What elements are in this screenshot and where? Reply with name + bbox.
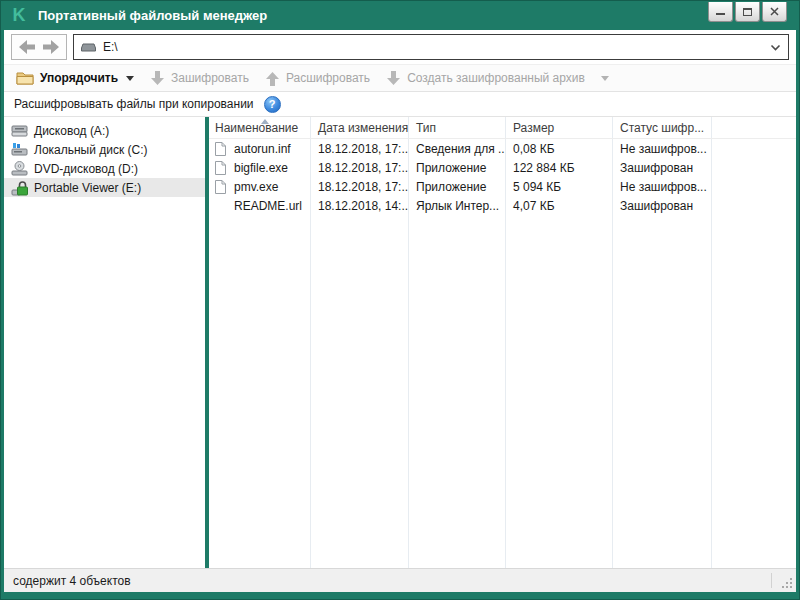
file-type: Приложение — [408, 161, 505, 175]
file-date: 18.12.2018, 17:... — [310, 161, 408, 175]
chevron-down-icon — [772, 45, 780, 49]
arrow-up-icon — [265, 71, 280, 86]
maximize-button[interactable] — [735, 2, 760, 22]
column-separator — [505, 117, 506, 568]
titlebar[interactable]: K Портативный файловый менеджер — [0, 0, 800, 30]
file-date: 18.12.2018, 17:... — [310, 180, 408, 194]
kaspersky-logo-icon: K — [9, 5, 29, 25]
arrow-down-icon — [150, 71, 165, 86]
encrypt-label: Зашифровать — [171, 71, 249, 85]
sidebar-item-drive-e[interactable]: Portable Viewer (E:) — [4, 178, 205, 197]
file-size: 122 884 КБ — [505, 161, 612, 175]
create-archive-label: Создать зашифрованный архив — [407, 71, 585, 85]
file-encryption-status: Зашифрован — [612, 199, 711, 213]
status-bar: содержит 4 объектов — [4, 568, 796, 592]
window-content: E:\ Упорядочить Зашифров — [4, 30, 796, 592]
organize-label: Упорядочить — [40, 71, 118, 85]
file-size: 4,07 КБ — [505, 199, 612, 213]
sidebar-item-drive-d[interactable]: DVD-дисковод (D:) — [4, 159, 205, 178]
navigation-bar: E:\ — [4, 30, 796, 64]
window-controls — [708, 2, 787, 22]
close-button[interactable] — [762, 2, 787, 22]
decrypt-label: Расшифровать — [286, 71, 370, 85]
address-dropdown-button[interactable] — [770, 44, 781, 51]
table-header: Наименование Дата изменения Тип Размер С… — [209, 117, 796, 139]
file-type: Приложение — [408, 180, 505, 194]
table-row[interactable]: pmv.exe 18.12.2018, 17:... Приложение 5 … — [209, 177, 796, 196]
decrypt-button[interactable]: Расшифровать — [261, 66, 374, 90]
statusbar-separator — [771, 573, 772, 588]
column-separator — [310, 117, 311, 568]
file-list-pane: Наименование Дата изменения Тип Размер С… — [209, 117, 796, 568]
table-row[interactable]: autorun.inf 18.12.2018, 17:... Сведения … — [209, 139, 796, 158]
forward-button[interactable] — [42, 40, 59, 54]
sidebar-item-drive-a[interactable]: Дисковод (A:) — [4, 121, 205, 140]
table-row[interactable]: README.url 18.12.2018, 14:... Ярлык Инте… — [209, 196, 796, 215]
minimize-button[interactable] — [708, 2, 733, 22]
back-arrow-icon — [19, 40, 35, 54]
file-icon — [214, 179, 227, 195]
sidebar-item-label: Локальный диск (C:) — [34, 143, 148, 157]
create-archive-button[interactable]: Создать зашифрованный архив — [382, 66, 613, 90]
organize-button[interactable]: Упорядочить — [12, 66, 138, 90]
hard-drive-icon — [11, 142, 28, 157]
chevron-down-icon — [126, 76, 134, 81]
file-encryption-status: Не зашифров... — [612, 180, 711, 194]
grip-dots-icon — [782, 578, 792, 588]
column-separator — [612, 117, 613, 568]
resize-grip[interactable] — [780, 576, 793, 589]
column-header-date[interactable]: Дата изменения — [310, 121, 408, 135]
drive-icon — [81, 43, 96, 52]
maximize-icon — [743, 8, 752, 16]
column-header-status[interactable]: Статус шифр... — [612, 121, 711, 135]
file-encryption-status: Не зашифров... — [612, 142, 711, 156]
file-name: bigfile.exe — [234, 161, 288, 175]
folder-icon — [16, 71, 34, 85]
sidebar-item-label: DVD-дисковод (D:) — [34, 162, 138, 176]
file-type: Сведения для ... — [408, 142, 505, 156]
locked-drive-icon — [11, 180, 28, 196]
dvd-drive-icon — [11, 161, 28, 176]
file-name: pmv.exe — [234, 180, 278, 194]
status-text: содержит 4 объектов — [13, 574, 131, 588]
address-bar[interactable]: E:\ — [73, 34, 789, 60]
help-icon[interactable]: ? — [264, 96, 281, 113]
sidebar-item-label: Дисковод (A:) — [34, 124, 109, 138]
column-header-type[interactable]: Тип — [408, 121, 505, 135]
column-header-name[interactable]: Наименование — [209, 121, 310, 135]
sort-ascending-icon — [261, 119, 269, 124]
main-area: Дисковод (A:) Локальный диск (C:) — [4, 117, 796, 568]
file-name: autorun.inf — [234, 142, 291, 156]
drive-list: Дисковод (A:) Локальный диск (C:) — [4, 117, 205, 568]
app-window: K Портативный файловый менеджер — [0, 0, 800, 600]
column-separator — [711, 117, 712, 568]
file-type: Ярлык Интер... — [408, 199, 505, 213]
file-size: 0,08 КБ — [505, 142, 612, 156]
column-separator — [408, 117, 409, 568]
encrypt-button[interactable]: Зашифровать — [146, 66, 253, 90]
file-icon-empty — [214, 198, 227, 214]
file-date: 18.12.2018, 17:... — [310, 142, 408, 156]
minimize-icon — [716, 13, 725, 15]
nav-button-group — [11, 34, 67, 60]
file-encryption-status: Зашифрован — [612, 161, 711, 175]
file-icon — [214, 141, 227, 157]
sidebar-item-drive-c[interactable]: Локальный диск (C:) — [4, 140, 205, 159]
floppy-drive-icon — [11, 123, 28, 138]
decrypt-on-copy-option[interactable]: Расшифровывать файлы при копировании — [14, 97, 254, 111]
back-button[interactable] — [19, 40, 36, 54]
file-date: 18.12.2018, 14:... — [310, 199, 408, 213]
chevron-down-icon — [601, 76, 609, 81]
file-name: README.url — [234, 199, 302, 213]
forward-arrow-icon — [43, 40, 59, 54]
address-value: E:\ — [103, 40, 118, 54]
file-icon — [214, 160, 227, 176]
arrow-down-icon — [386, 71, 401, 86]
file-size: 5 094 КБ — [505, 180, 612, 194]
options-row: Расшифровывать файлы при копировании ? — [4, 92, 796, 117]
table-row[interactable]: bigfile.exe 18.12.2018, 17:... Приложени… — [209, 158, 796, 177]
toolbar: Упорядочить Зашифровать Расшифровать С — [4, 64, 796, 92]
column-header-size[interactable]: Размер — [505, 121, 612, 135]
sidebar-item-label: Portable Viewer (E:) — [34, 181, 141, 195]
close-icon — [770, 7, 779, 16]
